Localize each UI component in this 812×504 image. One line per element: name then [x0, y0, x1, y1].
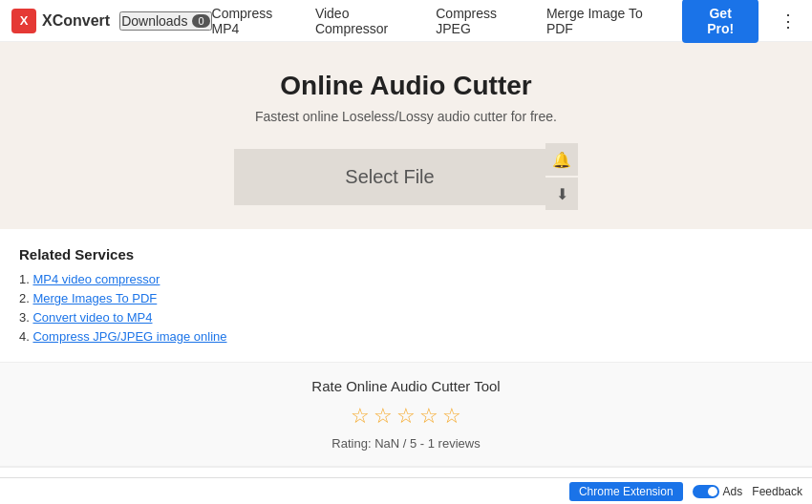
upload-icon-button[interactable]: 🔔: [545, 143, 578, 176]
star-2[interactable]: ☆: [374, 404, 393, 429]
downloads-badge: 0: [192, 14, 209, 28]
nav-compress-jpeg[interactable]: Compress JPEG: [436, 6, 529, 36]
header-nav: Compress MP4 Video Compressor Compress J…: [212, 0, 801, 43]
upload-icon: 🔔: [552, 151, 571, 169]
item-num: 4.: [19, 329, 30, 344]
nav-compress-mp4[interactable]: Compress MP4: [212, 6, 298, 36]
bottom-bar: Chrome Extension Ads Feedback: [0, 477, 812, 504]
related-list: 1. MP4 video compressor 2. Merge Images …: [19, 272, 793, 344]
ads-toggle-switch[interactable]: [693, 485, 719, 498]
header: X XConvert Downloads 0 Compress MP4 Vide…: [0, 0, 812, 42]
get-pro-button[interactable]: Get Pro!: [682, 0, 759, 43]
star-3[interactable]: ☆: [396, 404, 416, 429]
downloads-button[interactable]: Downloads 0: [119, 11, 211, 31]
stars-container: ☆ ☆ ☆ ☆ ☆: [19, 404, 793, 429]
nav-video-compressor[interactable]: Video Compressor: [315, 6, 418, 36]
chrome-extension-button[interactable]: Chrome Extension: [569, 482, 683, 501]
related-link-1[interactable]: MP4 video compressor: [32, 272, 160, 286]
star-1[interactable]: ☆: [351, 404, 370, 429]
download-icon-button[interactable]: ⬇: [545, 178, 578, 210]
page-title: Online Audio Cutter: [19, 71, 793, 101]
download-icon: ⬇: [556, 185, 568, 203]
side-icons: 🔔 ⬇: [545, 143, 578, 210]
main-section: Online Audio Cutter Fastest online Losel…: [0, 42, 812, 229]
logo-text: XConvert: [42, 12, 110, 30]
related-link-4[interactable]: Compress JPG/JPEG image online: [32, 329, 226, 344]
rating-section: Rate Online Audio Cutter Tool ☆ ☆ ☆ ☆ ☆ …: [0, 362, 812, 467]
list-item: 2. Merge Images To PDF: [19, 291, 793, 305]
select-file-button[interactable]: Select File: [234, 149, 545, 205]
page-subtitle: Fastest online Loseless/Lossy audio cutt…: [19, 109, 793, 124]
related-link-3[interactable]: Convert video to MP4: [32, 310, 152, 325]
downloads-label: Downloads: [121, 13, 187, 29]
item-num: 3.: [19, 310, 30, 325]
list-item: 3. Convert video to MP4: [19, 310, 793, 325]
feedback-button[interactable]: Feedback: [752, 485, 802, 498]
list-item: 4. Compress JPG/JPEG image online: [19, 329, 793, 344]
logo[interactable]: X XConvert: [11, 9, 110, 33]
related-title: Related Services: [19, 246, 793, 262]
related-link-2[interactable]: Merge Images To PDF: [32, 291, 157, 305]
item-num: 2.: [19, 291, 30, 305]
star-4[interactable]: ☆: [419, 404, 438, 429]
nav-merge-image-pdf[interactable]: Merge Image To PDF: [546, 6, 665, 36]
ads-label: Ads: [723, 485, 743, 498]
ads-toggle-container: Ads: [693, 485, 743, 498]
header-left: X XConvert Downloads 0: [11, 9, 212, 33]
more-button[interactable]: ⋮: [776, 10, 801, 32]
rating-text: Rating: NaN / 5 - 1 reviews: [19, 436, 793, 451]
star-5[interactable]: ☆: [442, 404, 461, 429]
related-section: Related Services 1. MP4 video compressor…: [0, 229, 812, 362]
logo-icon: X: [11, 9, 36, 33]
item-num: 1.: [19, 272, 30, 286]
list-item: 1. MP4 video compressor: [19, 272, 793, 286]
rating-title: Rate Online Audio Cutter Tool: [19, 378, 793, 394]
select-area: Select File 🔔 ⬇: [234, 143, 578, 210]
